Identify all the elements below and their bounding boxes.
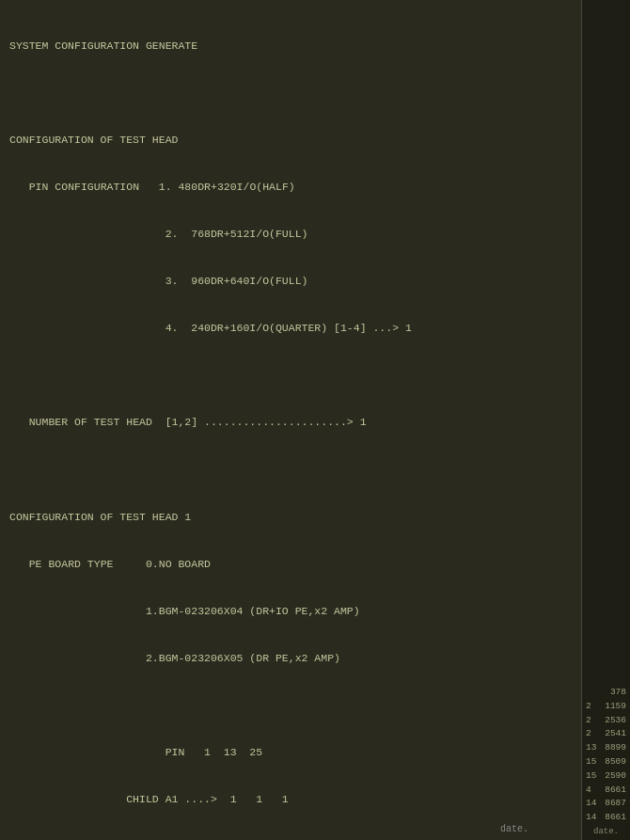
pin-opt-4: 4. 240DR+160I/O(QUARTER) [1-4] ...> 1 — [9, 321, 572, 337]
pe-opt-2: 2.BGM-023206X05 (DR PE,x2 AMP) — [9, 651, 572, 667]
title-line: SYSTEM CONFIGURATION GENERATE — [9, 39, 572, 55]
right-row-8: 14 8687 — [584, 797, 628, 811]
right-panel: 378 2 1159 2 2536 2 2541 13 8899 15 8509… — [581, 0, 630, 840]
right-row-1: 2 1159 — [584, 700, 628, 714]
terminal-content: SYSTEM CONFIGURATION GENERATE CONFIGURAT… — [9, 8, 572, 840]
test-head-header: CONFIGURATION OF TEST HEAD — [9, 133, 572, 149]
child-a1: CHILD A1 ....> 1 1 1 — [9, 792, 572, 808]
pin-opt-2: 2. 768DR+512I/O(FULL) — [9, 227, 572, 243]
right-row-6: 15 2590 — [584, 769, 628, 784]
pe-board-line: PE BOARD TYPE 0.NO BOARD — [9, 557, 572, 573]
pe-opt-1: 1.BGM-023206X04 (DR+IO PE,x2 AMP) — [9, 604, 572, 620]
right-row-5: 15 8509 — [584, 755, 628, 769]
pin-opt-3: 3. 960DR+640I/O(FULL) — [9, 274, 572, 290]
th1-header: CONFIGURATION OF TEST HEAD 1 — [9, 510, 572, 526]
blank-4 — [9, 698, 572, 714]
blank-3 — [9, 462, 572, 478]
right-panel-date: date. — [584, 827, 628, 836]
right-row-7: 4 8661 — [584, 784, 628, 798]
blank-line — [9, 86, 572, 102]
right-row-2: 2 2536 — [584, 714, 628, 728]
right-panel-spacer — [584, 4, 628, 686]
terminal-screen: SYSTEM CONFIGURATION GENERATE CONFIGURAT… — [0, 0, 581, 840]
right-row-0: 378 — [584, 686, 628, 700]
bottom-date-label: date. — [500, 824, 528, 834]
right-row-4: 13 8899 — [584, 741, 628, 755]
right-row-9: 14 8661 — [584, 811, 628, 825]
num-test-head: NUMBER OF TEST HEAD [1,2] ..............… — [9, 415, 572, 431]
blank-2 — [9, 368, 572, 384]
pin-col-header: PIN 1 13 25 — [9, 745, 572, 761]
right-row-3: 2 2541 — [584, 727, 628, 741]
pin-config-line: PIN CONFIGURATION 1. 480DR+320I/O(HALF) — [9, 180, 572, 196]
